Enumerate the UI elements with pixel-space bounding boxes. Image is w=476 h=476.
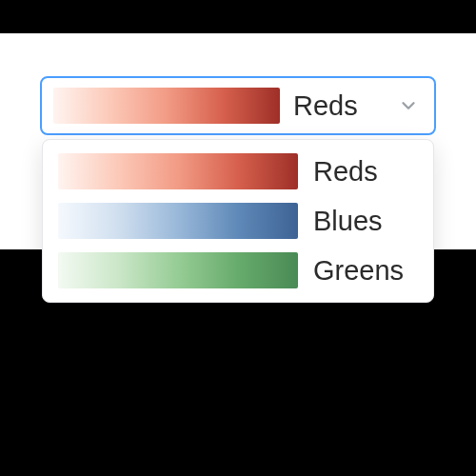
colormap-panel: Reds Reds Blues Greens	[0, 33, 476, 249]
selected-swatch	[53, 88, 280, 124]
colormap-select[interactable]: Reds Reds Blues Greens	[40, 76, 436, 135]
option-swatch	[58, 252, 298, 288]
colormap-option-greens[interactable]: Greens	[50, 248, 426, 292]
option-label: Reds	[313, 156, 418, 188]
option-swatch	[58, 203, 298, 239]
option-swatch	[58, 153, 298, 189]
option-label: Blues	[313, 206, 418, 237]
colormap-option-reds[interactable]: Reds	[50, 149, 426, 193]
colormap-dropdown: Reds Blues Greens	[42, 139, 434, 303]
option-label: Greens	[313, 255, 418, 287]
colormap-option-blues[interactable]: Blues	[50, 199, 426, 243]
chevron-down-icon	[398, 95, 419, 116]
selected-label: Reds	[293, 90, 385, 122]
